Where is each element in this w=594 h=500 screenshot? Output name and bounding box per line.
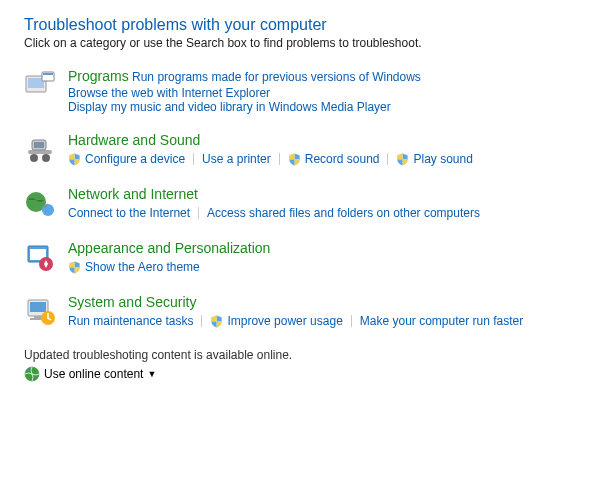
category-appearance: Appearance and Personalization Show the … bbox=[24, 240, 570, 276]
network-icon bbox=[24, 188, 56, 220]
category-network: Network and Internet Connect to the Inte… bbox=[24, 186, 570, 222]
chevron-down-icon: ▼ bbox=[147, 369, 156, 379]
troubleshoot-link[interactable]: Improve power usage bbox=[227, 312, 342, 330]
troubleshoot-link[interactable]: Run programs made for previous versions … bbox=[132, 70, 421, 84]
separator bbox=[193, 153, 194, 165]
footer-status: Updated troubleshoting content is availa… bbox=[24, 348, 570, 362]
svg-point-6 bbox=[42, 154, 50, 162]
online-content-dropdown[interactable]: Use online content ▼ bbox=[24, 366, 570, 382]
category-title[interactable]: Network and Internet bbox=[68, 186, 198, 202]
svg-point-10 bbox=[42, 204, 54, 216]
page-subtitle: Click on a category or use the Search bo… bbox=[24, 36, 570, 50]
svg-rect-16 bbox=[34, 316, 42, 318]
category-hardware: Hardware and Sound Configure a deviceUse… bbox=[24, 132, 570, 168]
category-title[interactable]: System and Security bbox=[68, 294, 196, 310]
separator bbox=[279, 153, 280, 165]
hardware-icon bbox=[24, 134, 56, 166]
page-title: Troubleshoot problems with your computer bbox=[24, 16, 570, 34]
separator bbox=[198, 207, 199, 219]
footer: Updated troubleshoting content is availa… bbox=[24, 348, 570, 382]
svg-rect-4 bbox=[28, 150, 52, 154]
troubleshoot-link[interactable]: Show the Aero theme bbox=[85, 258, 200, 276]
shield-icon bbox=[396, 153, 409, 166]
shield-icon bbox=[68, 261, 81, 274]
separator bbox=[201, 315, 202, 327]
category-system: System and Security Run maintenance task… bbox=[24, 294, 570, 330]
svg-rect-3 bbox=[43, 73, 53, 75]
system-icon bbox=[24, 296, 56, 328]
separator bbox=[387, 153, 388, 165]
troubleshoot-link[interactable]: Configure a device bbox=[85, 150, 185, 168]
troubleshoot-link[interactable]: Connect to the Internet bbox=[68, 204, 190, 222]
troubleshoot-link[interactable]: Access shared files and folders on other… bbox=[207, 204, 480, 222]
shield-icon bbox=[210, 315, 223, 328]
svg-rect-8 bbox=[34, 142, 44, 148]
category-title[interactable]: Programs bbox=[68, 68, 129, 84]
category-title[interactable]: Appearance and Personalization bbox=[68, 240, 270, 256]
troubleshoot-link[interactable]: Use a printer bbox=[202, 150, 271, 168]
troubleshoot-link[interactable]: Display my music and video library in Wi… bbox=[68, 100, 391, 114]
svg-point-5 bbox=[30, 154, 38, 162]
appearance-icon bbox=[24, 242, 56, 274]
shield-icon bbox=[68, 153, 81, 166]
troubleshoot-link[interactable]: Run maintenance tasks bbox=[68, 312, 193, 330]
troubleshoot-link[interactable]: Record sound bbox=[305, 150, 380, 168]
separator bbox=[351, 315, 352, 327]
programs-icon bbox=[24, 70, 56, 102]
troubleshoot-link[interactable]: Play sound bbox=[413, 150, 472, 168]
svg-rect-15 bbox=[30, 302, 46, 312]
globe-icon bbox=[24, 366, 40, 382]
category-programs: Programs Run programs made for previous … bbox=[24, 68, 570, 114]
shield-icon bbox=[288, 153, 301, 166]
troubleshoot-link[interactable]: Browse the web with Internet Explorer bbox=[68, 86, 270, 100]
troubleshoot-link[interactable]: Make your computer run faster bbox=[360, 312, 523, 330]
category-title[interactable]: Hardware and Sound bbox=[68, 132, 200, 148]
dropdown-label: Use online content bbox=[44, 367, 143, 381]
